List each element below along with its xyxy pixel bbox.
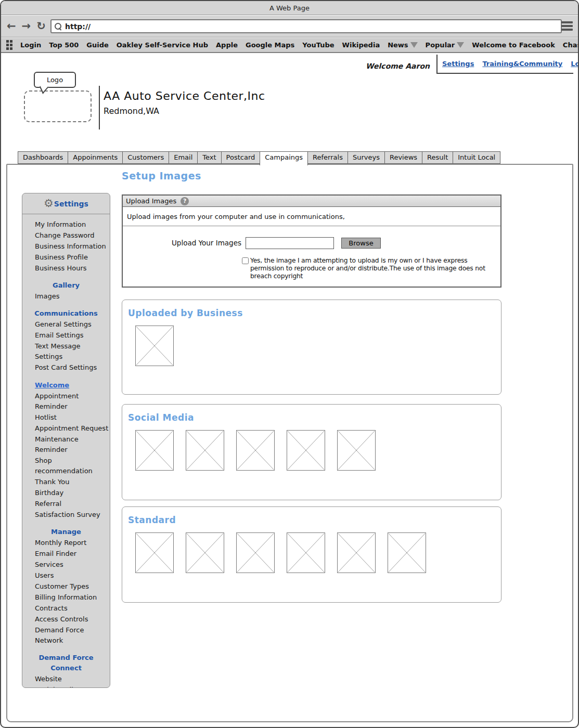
menu-icon[interactable] (561, 21, 573, 32)
logo-placeholder[interactable] (24, 90, 92, 122)
consent-checkbox[interactable] (242, 257, 249, 264)
image-placeholder[interactable] (236, 532, 275, 573)
sidebar-item[interactable]: Change Password (22, 230, 110, 241)
sidebar-item[interactable]: Email Settings (22, 330, 110, 341)
social-media-section: Social Media (122, 404, 501, 500)
tab[interactable]: Postcard (221, 151, 261, 164)
x-image-icon (338, 533, 375, 573)
image-placeholder[interactable] (287, 430, 325, 471)
forward-button[interactable]: → (22, 21, 31, 32)
bookmark-item[interactable]: News (388, 41, 417, 49)
sidebar-item[interactable]: Appointment Request (22, 423, 110, 434)
image-placeholder[interactable] (186, 532, 224, 573)
image-placeholder[interactable] (337, 532, 376, 573)
bookmark-item[interactable]: Popular (426, 41, 465, 49)
image-placeholder[interactable] (337, 430, 376, 471)
sidebar-item[interactable]: Access Controls (22, 614, 110, 625)
tab[interactable]: Result (422, 151, 453, 164)
sidebar-item[interactable]: Monthly Report (22, 538, 110, 548)
help-icon[interactable]: ? (181, 197, 189, 205)
sidebar-item[interactable]: Services (22, 560, 110, 570)
reload-button[interactable]: ↻ (36, 21, 46, 32)
bookmark-item[interactable]: Chase Online - Logon (563, 41, 579, 49)
business-name: AA Auto Service Center,Inc (104, 89, 265, 102)
image-placeholder[interactable] (135, 430, 174, 471)
tab[interactable]: Appoinments (68, 151, 123, 164)
sidebar-item[interactable]: Referral (22, 499, 110, 509)
x-image-icon (388, 533, 426, 573)
sidebar-item[interactable]: Text Message Settings (22, 341, 110, 362)
image-placeholder[interactable] (135, 326, 174, 366)
tab[interactable]: Campaings (260, 151, 308, 165)
tab[interactable]: Intuit Local (453, 151, 500, 164)
tab[interactable]: Customers (122, 151, 169, 164)
image-placeholder[interactable] (388, 532, 426, 573)
sidebar-item[interactable]: Manage (22, 527, 110, 537)
sidebar-item[interactable]: My Information (22, 219, 110, 230)
sidebar-item[interactable]: Social Media (22, 685, 110, 688)
sidebar-item[interactable]: Hotlist (22, 412, 110, 423)
content-frame: Setup Images ⚙ Settings My Information C… (6, 164, 573, 722)
sidebar-item[interactable]: Shop recommendation (22, 456, 110, 476)
sidebar-item[interactable]: Gallery (22, 280, 110, 291)
sidebar-item[interactable]: Appointment Reminder (22, 391, 110, 412)
sidebar-item[interactable]: Communications (22, 308, 110, 319)
window-title: A Web Page (269, 4, 310, 12)
page-title: Setup Images (122, 170, 201, 181)
sidebar-item[interactable]: Images (22, 291, 110, 302)
image-placeholder[interactable] (135, 532, 174, 573)
sidebar-item[interactable]: Birthday (22, 488, 110, 498)
sidebar-item[interactable]: Satisfaction Survey (22, 510, 110, 520)
upload-filename-input[interactable] (246, 237, 334, 249)
upload-panel-title: Upload Images (126, 197, 176, 205)
section-title: Standard (122, 507, 501, 525)
browse-button[interactable]: Browse (341, 238, 381, 249)
sidebar-item[interactable]: Website (22, 674, 110, 684)
business-location: Redmond,WA (104, 106, 159, 116)
back-button[interactable]: ← (7, 21, 16, 32)
bookmark-item[interactable]: Welcome to Facebook (472, 41, 555, 49)
x-image-icon (186, 431, 224, 470)
bookmark-item[interactable]: Guide (86, 41, 109, 49)
tab[interactable]: Surveys (348, 151, 385, 164)
sidebar-item[interactable]: Demand Force Connect (22, 653, 110, 673)
tab[interactable]: Referrals (307, 151, 348, 164)
sidebar-item[interactable]: Business Information (22, 241, 110, 252)
bookmark-item[interactable]: YouTube (302, 41, 334, 49)
bookmark-item[interactable]: Top 500 (49, 41, 79, 49)
url-bar[interactable] (50, 19, 562, 33)
bookmark-item[interactable]: Google Maps (246, 41, 294, 49)
sidebar-item[interactable]: Maintenance Reminder (22, 434, 110, 455)
x-image-icon (136, 431, 173, 470)
sidebar-item[interactable]: Post Card Settings (22, 362, 110, 373)
url-input[interactable] (65, 22, 533, 31)
header-link[interactable]: Training&Community (482, 60, 562, 68)
x-image-icon (338, 431, 375, 470)
logo-label: Logo (47, 76, 63, 84)
sidebar-item[interactable]: Users (22, 570, 110, 581)
sidebar-item[interactable]: Customer Types (22, 581, 110, 592)
sidebar-item[interactable]: Billing Information (22, 592, 110, 603)
tab[interactable]: Dashboards (18, 151, 68, 164)
bookmark-item[interactable]: Login (20, 41, 41, 49)
sidebar-header: ⚙ Settings (22, 193, 110, 214)
bookmark-item[interactable]: Apple (216, 41, 238, 49)
tab[interactable]: Text (197, 151, 221, 164)
sidebar-item[interactable]: General Settings (22, 319, 110, 330)
tab[interactable]: Reviews (384, 151, 422, 164)
image-placeholder[interactable] (236, 430, 275, 471)
header-link[interactable]: Settings (442, 60, 474, 68)
sidebar-item[interactable]: Contracts (22, 603, 110, 614)
bookmark-item[interactable]: Oakley Self-Service Hub (117, 41, 208, 49)
sidebar-item[interactable]: Business Profile (22, 252, 110, 263)
sidebar-item[interactable]: Business Hours (22, 263, 110, 274)
sidebar-item[interactable]: Email Finder (22, 549, 110, 559)
sidebar-item[interactable]: Welcome (22, 380, 110, 391)
image-placeholder[interactable] (186, 430, 224, 471)
bookmark-item[interactable]: Wikipedia (342, 41, 380, 49)
image-placeholder[interactable] (287, 532, 325, 573)
sidebar-item[interactable]: Demand Force Network (22, 625, 110, 646)
sidebar-item[interactable]: Thank You (22, 477, 110, 487)
tab[interactable]: Email (169, 151, 198, 164)
header-link[interactable]: Logout (571, 60, 579, 68)
